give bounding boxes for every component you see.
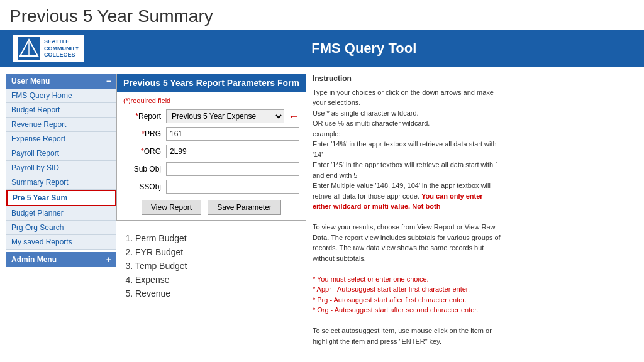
sidebar-item-my-saved-reports[interactable]: My saved Reports [6, 235, 116, 250]
form-area: Previous 5 Years Report Parameters Form … [116, 74, 306, 346]
sidebar-item-expense-report[interactable]: Expense Report [6, 132, 116, 146]
subobj-input[interactable] [166, 162, 299, 176]
admin-menu-header[interactable]: Admin Menu + [6, 252, 116, 267]
prg-input[interactable] [166, 127, 299, 141]
logo-text: SEATTLE COMMUNITY COLLEGES [44, 38, 79, 58]
sidebar: User Menu − FMS Query Home Budget Report… [6, 74, 116, 346]
sidebar-item-revenue-report[interactable]: Revenue Report [6, 118, 116, 132]
form-row-subobj: Sub Obj [123, 162, 299, 176]
list-item: Perm Budget [135, 233, 306, 243]
form-panel-body: (*)required field *Report Previous 5 Yea… [117, 92, 306, 220]
org-label: *ORG [123, 147, 161, 156]
org-input[interactable] [166, 145, 299, 158]
instruction-title: Instruction [313, 74, 501, 84]
list-item: Temp Budget [135, 261, 306, 271]
form-row-ssobj: SSObj [123, 180, 299, 194]
report-select[interactable]: Previous 5 Year Expense Perm Budget FYR … [166, 109, 284, 123]
form-row-report: *Report Previous 5 Year Expense Perm Bud… [123, 109, 299, 123]
sidebar-item-fms-query-home[interactable]: FMS Query Home [6, 89, 116, 103]
form-panel: Previous 5 Years Report Parameters Form … [116, 74, 306, 221]
logo: SEATTLE COMMUNITY COLLEGES [13, 35, 84, 62]
form-row-org: *ORG [123, 145, 299, 158]
prg-label: *PRG [123, 129, 161, 138]
list-item: Expense [135, 275, 306, 285]
admin-menu-toggle-icon: + [106, 255, 111, 265]
report-arrow-indicator: ← [288, 110, 299, 123]
list-item: FYR Budget [135, 247, 306, 257]
page-title: Previous 5 Year Summary [0, 0, 644, 30]
report-label: *Report [123, 112, 161, 121]
sidebar-item-budget-report[interactable]: Budget Report [6, 103, 116, 118]
numbered-list: Perm Budget FYR Budget Temp Budget Expen… [116, 227, 306, 299]
subobj-label: Sub Obj [123, 165, 161, 173]
ssobj-label: SSObj [123, 182, 161, 191]
required-note: (*)required field [123, 97, 299, 104]
form-row-prg: *PRG [123, 127, 299, 141]
header-title: FMS Query Tool [97, 40, 632, 57]
save-parameter-button[interactable]: Save Parameter [208, 200, 281, 215]
header-bar: SEATTLE COMMUNITY COLLEGES FMS Query Too… [0, 30, 644, 67]
sidebar-item-payroll-by-sid[interactable]: Payroll by SID [6, 161, 116, 175]
logo-icon [18, 37, 40, 60]
user-menu-header[interactable]: User Menu − [6, 74, 116, 89]
content-area: Previous 5 Years Report Parameters Form … [116, 74, 501, 346]
sidebar-item-pre5yearsum[interactable]: Pre 5 Year Sum [6, 190, 116, 206]
form-buttons: View Report Save Parameter [123, 200, 299, 215]
admin-menu-label: Admin Menu [11, 255, 57, 264]
view-report-button[interactable]: View Report [142, 200, 201, 215]
sidebar-item-prg-org-search[interactable]: Prg Org Search [6, 221, 116, 235]
user-menu-toggle-icon: − [106, 76, 111, 86]
report-select-row: Previous 5 Year Expense Perm Budget FYR … [166, 109, 299, 123]
sidebar-item-summary-report[interactable]: Summary Report [6, 175, 116, 190]
list-item: Revenue [135, 288, 306, 299]
instruction-text: Type in your choices or click on the dow… [313, 87, 501, 347]
instruction-panel: Instruction Type in your choices or clic… [313, 74, 501, 346]
user-menu-label: User Menu [11, 77, 50, 85]
sidebar-item-budget-planner[interactable]: Budget Planner [6, 206, 116, 221]
main-layout: User Menu − FMS Query Home Budget Report… [0, 67, 644, 353]
sidebar-item-payroll-report[interactable]: Payroll Report [6, 146, 116, 161]
ssobj-input[interactable] [166, 180, 299, 194]
form-panel-title: Previous 5 Years Report Parameters Form [117, 74, 306, 92]
